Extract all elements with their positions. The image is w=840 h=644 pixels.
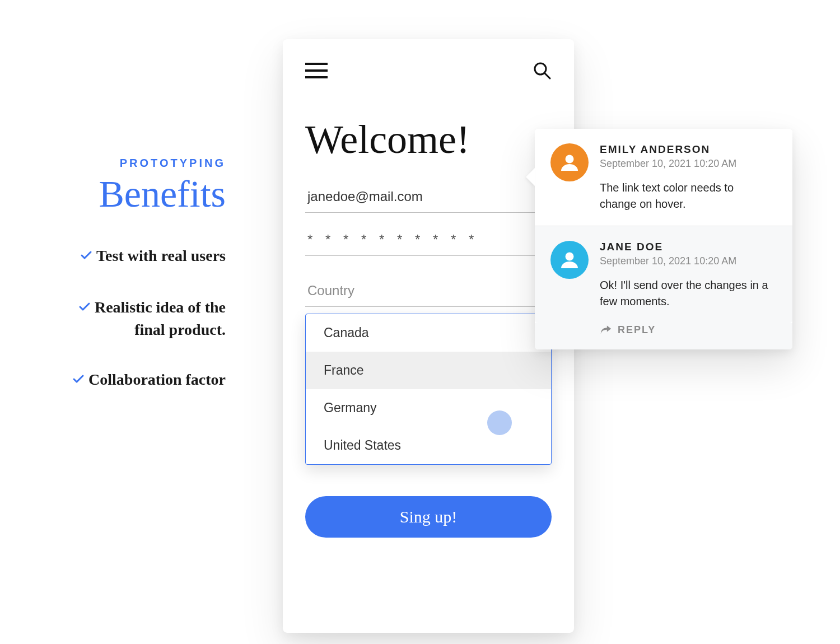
signup-button[interactable]: Sing up!: [305, 496, 552, 538]
comment-time: September 10, 2021 10:20 AM: [600, 158, 773, 170]
country-option[interactable]: France: [306, 352, 551, 389]
hamburger-icon[interactable]: [305, 62, 328, 81]
country-option[interactable]: Canada: [306, 314, 551, 352]
comment-text: Ok! I'll send over the changes in a few …: [600, 277, 773, 310]
benefit-text: Test with real users: [96, 247, 226, 264]
comment-author: EMILY ANDERSON: [600, 143, 773, 156]
comment: JANE DOE September 10, 2021 10:20 AM Ok!…: [535, 226, 792, 323]
country-placeholder: Country: [307, 283, 354, 298]
svg-point-2: [566, 253, 574, 261]
avatar: [550, 241, 589, 279]
comment-time: September 10, 2021 10:20 AM: [600, 255, 773, 267]
benefit-text: Collaboration factor: [88, 371, 226, 388]
comment: EMILY ANDERSON September 10, 2021 10:20 …: [535, 129, 792, 226]
email-field[interactable]: [305, 179, 552, 213]
country-option[interactable]: Germany: [306, 389, 551, 427]
comment-text: The link text color needs to change on h…: [600, 180, 773, 212]
country-dropdown: Canada France Germany United States: [305, 314, 552, 465]
cursor-indicator: [487, 410, 512, 435]
password-field[interactable]: [305, 222, 552, 256]
benefit-item: Collaboration factor: [44, 369, 226, 391]
reply-button[interactable]: REPLY: [535, 323, 792, 349]
check-icon: [80, 246, 93, 268]
reply-icon: [600, 323, 612, 337]
benefits-heading: Benefits: [44, 172, 226, 216]
benefits-panel: PROTOTYPING Benefits Test with real user…: [44, 157, 226, 391]
signup-card: Welcome! Country Canada France Germany U…: [283, 39, 574, 633]
eyebrow: PROTOTYPING: [44, 157, 226, 170]
benefit-text: Realistic idea of the final product.: [95, 298, 226, 338]
comments-panel: EMILY ANDERSON September 10, 2021 10:20 …: [535, 129, 792, 349]
benefit-item: Realistic idea of the final product.: [44, 297, 226, 340]
comment-author: JANE DOE: [600, 241, 773, 253]
check-icon: [78, 298, 91, 319]
svg-point-1: [566, 155, 574, 164]
country-option[interactable]: United States: [306, 427, 551, 464]
welcome-title: Welcome!: [305, 116, 552, 163]
benefit-item: Test with real users: [44, 245, 226, 268]
avatar: [550, 143, 589, 181]
reply-label: REPLY: [618, 324, 656, 336]
check-icon: [72, 370, 85, 391]
country-select[interactable]: Country: [305, 268, 552, 307]
search-icon[interactable]: [533, 61, 552, 82]
